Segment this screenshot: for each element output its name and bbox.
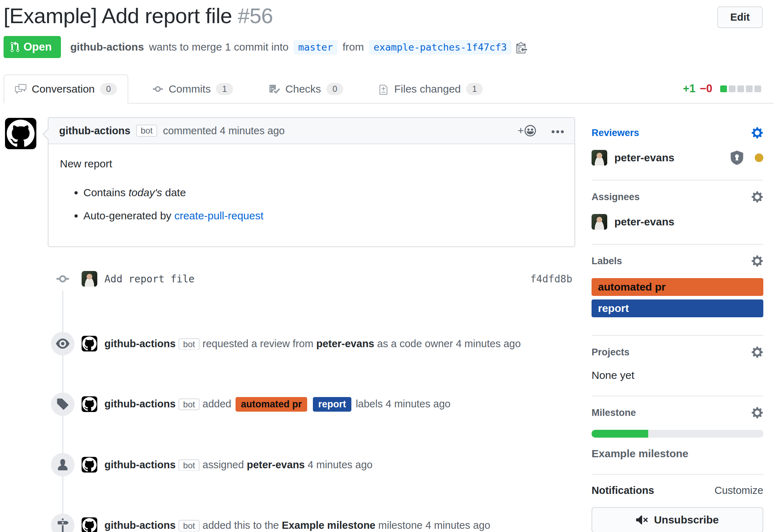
tag-icon	[51, 392, 74, 416]
tab-count: 1	[466, 83, 483, 95]
git-pull-request-icon	[11, 41, 19, 53]
timeline-event-milestoned: github-actions bot added this to the Exa…	[4, 513, 575, 532]
customize-link[interactable]: Customize	[714, 485, 763, 496]
bot-badge: bot	[136, 125, 157, 137]
tab-label: Checks	[285, 83, 321, 95]
kebab-menu-icon[interactable]	[552, 128, 564, 133]
github-actions-avatar[interactable]	[82, 396, 97, 412]
gear-icon[interactable]	[751, 346, 763, 359]
comment-list: Contains today's date Auto-generated by …	[60, 184, 563, 224]
peter-evans-avatar[interactable]	[82, 271, 97, 287]
octocat-icon	[82, 518, 97, 532]
content-columns: github-actions bot commented 4 minutes a…	[4, 104, 774, 532]
octocat-icon	[82, 397, 97, 411]
base-branch-label[interactable]: master	[294, 40, 338, 54]
reviewer-name[interactable]: peter-evans	[614, 152, 674, 164]
add-reaction-button[interactable]: +	[517, 125, 536, 137]
milestone-title: Milestone	[592, 407, 636, 418]
tab-count: 0	[100, 83, 117, 95]
comment-lead: New report	[60, 156, 563, 172]
sidebar-section-projects: Projects None yet	[592, 336, 763, 396]
issue-comment: github-actions bot commented 4 minutes a…	[48, 117, 575, 247]
diff-blocks	[720, 85, 761, 92]
sidebar-section-assignees: Assignees peter-evans	[592, 181, 763, 245]
gear-icon[interactable]	[751, 406, 763, 419]
pr-number: #56	[238, 4, 273, 28]
from-text: from	[342, 41, 364, 53]
label-report[interactable]: report	[313, 397, 351, 412]
pull-request-page: [Example] Add report file #56 Edit Open …	[0, 0, 774, 532]
github-actions-avatar[interactable]	[82, 457, 97, 473]
commit-message[interactable]: Add report file	[104, 273, 195, 285]
edit-button[interactable]: Edit	[717, 6, 763, 28]
octocat-icon	[82, 337, 97, 351]
assignee-name[interactable]: peter-evans	[614, 216, 674, 228]
gear-icon[interactable]	[751, 191, 763, 203]
smiley-icon	[525, 125, 536, 136]
comment-actions: +	[517, 125, 564, 137]
diff-stat: +1 −0	[683, 82, 761, 95]
github-actions-avatar[interactable]	[82, 336, 97, 351]
comment-author[interactable]: github-actions	[59, 125, 130, 137]
additions-count: +1	[683, 82, 695, 95]
tab-label: Files changed	[394, 83, 461, 95]
sidebar-section-reviewers: Reviewers peter-evans	[592, 126, 763, 181]
pr-status-row: Open github-actions wants to merge 1 com…	[4, 36, 774, 58]
label-automated-pr[interactable]: automated pr	[592, 278, 763, 296]
commit-row: Add report file f4dfd8b	[4, 267, 575, 291]
git-commit-icon	[51, 267, 74, 291]
peter-evans-avatar[interactable]	[592, 214, 607, 230]
tab-files-changed[interactable]: Files changed 1	[367, 74, 494, 104]
milestone-name[interactable]: Example milestone	[592, 448, 763, 460]
comment-bullet: Auto-generated by create-pull-request	[83, 208, 563, 224]
event-text: github-actions bot added automated pr re…	[104, 397, 450, 412]
commit-sha[interactable]: f4dfd8b	[530, 273, 575, 285]
github-actions-avatar[interactable]	[5, 118, 36, 149]
label-automated-pr[interactable]: automated pr	[236, 397, 307, 412]
reviewers-title[interactable]: Reviewers	[592, 127, 639, 139]
comment-thread: github-actions bot commented 4 minutes a…	[4, 117, 575, 247]
timeline-event-review-request: github-actions bot requested a review fr…	[4, 332, 575, 355]
comment-header: github-actions bot commented 4 minutes a…	[48, 118, 574, 144]
page-title: [Example] Add report file #56	[4, 4, 717, 28]
octocat-icon	[7, 120, 35, 147]
head-branch-label[interactable]: example-patches-1f47cf3	[369, 40, 511, 54]
projects-empty-text: None yet	[592, 369, 763, 381]
pending-review-dot	[755, 153, 763, 162]
git-commit-icon	[153, 83, 163, 95]
tab-label: Conversation	[32, 83, 95, 95]
label-report[interactable]: report	[592, 299, 763, 317]
octocat-icon	[82, 458, 97, 472]
sidebar-section-labels: Labels automated pr report	[592, 245, 763, 336]
tab-conversation[interactable]: Conversation 0	[4, 74, 128, 104]
assignees-title: Assignees	[592, 192, 640, 203]
peter-evans-avatar[interactable]	[592, 150, 607, 166]
file-diff-icon	[379, 83, 389, 95]
event-text: github-actions bot assigned peter-evans …	[104, 459, 372, 471]
pr-description: github-actions wants to merge 1 commit i…	[70, 40, 527, 54]
timeline-event-labels-added: github-actions bot added automated pr re…	[4, 392, 575, 416]
event-text: github-actions bot requested a review fr…	[104, 338, 521, 350]
pr-tab-bar: Conversation 0 Commits 1 Checks 0 Files …	[4, 74, 774, 104]
github-actions-avatar[interactable]	[82, 517, 97, 532]
sidebar-section-milestone: Milestone Example milestone	[592, 396, 763, 475]
projects-title: Projects	[592, 347, 630, 358]
mute-icon	[636, 514, 648, 526]
reviewer-row: peter-evans	[592, 150, 763, 166]
comment-meta: commented 4 minutes ago	[163, 125, 285, 137]
gear-icon[interactable]	[751, 126, 763, 139]
copy-branch-icon[interactable]	[516, 41, 527, 53]
gear-icon[interactable]	[751, 255, 763, 267]
status-label: Open	[24, 41, 52, 53]
milestone-progress-bar	[592, 430, 763, 438]
timeline-event-assigned: github-actions bot assigned peter-evans …	[4, 453, 575, 476]
tab-commits[interactable]: Commits 1	[141, 74, 244, 104]
create-pull-request-link[interactable]: create-pull-request	[174, 210, 263, 221]
tab-checks[interactable]: Checks 0	[257, 74, 355, 104]
plus-sign: +	[517, 125, 524, 137]
checklist-icon	[269, 83, 280, 95]
tab-label: Commits	[169, 83, 211, 95]
tab-count: 1	[216, 83, 233, 95]
pr-author[interactable]: github-actions	[70, 41, 144, 53]
unsubscribe-button[interactable]: Unsubscribe	[592, 507, 763, 532]
